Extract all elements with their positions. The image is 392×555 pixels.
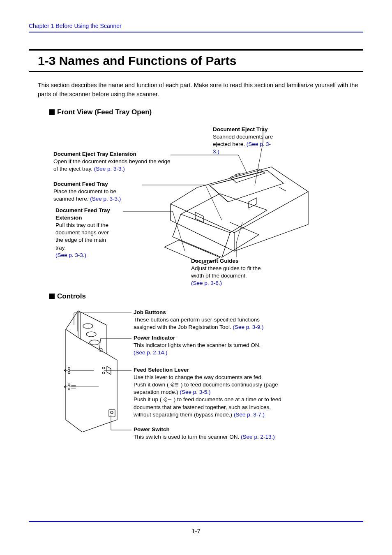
- callout-title: Feed Selection Lever: [134, 367, 189, 373]
- page: Chapter 1 Before Using the Scanner 1-3 N…: [0, 0, 392, 555]
- callout-title: Job Buttons: [134, 309, 166, 315]
- header-divider: [29, 32, 363, 32]
- callout-desc: Pull this tray out if the document hangs…: [55, 222, 109, 251]
- intro-paragraph: This section describes the name and func…: [29, 81, 363, 99]
- svg-point-38: [172, 383, 173, 384]
- controls-diagram: Job Buttons These buttons can perform us…: [49, 305, 349, 449]
- subheading-controls-text: Controls: [57, 292, 86, 300]
- callout-power-indicator: Power Indicator This indicator lights wh…: [134, 334, 281, 357]
- callout-desc: Use this lever to change the way documen…: [134, 374, 263, 380]
- svg-point-43: [165, 398, 166, 399]
- callout-title: Power Switch: [134, 426, 170, 432]
- callout-desc: Push it down (: [134, 382, 169, 388]
- see-link[interactable]: (See p. 3-9.): [233, 324, 263, 330]
- callout-desc: This switch is used to turn the scanner …: [134, 434, 241, 440]
- chapter-header: Chapter 1 Before Using the Scanner: [29, 23, 363, 29]
- see-link[interactable]: (See p. 2-14.): [134, 349, 168, 356]
- callout-title: Document Feed Tray Extension: [55, 207, 110, 221]
- see-link[interactable]: (See p. 2-13.): [241, 434, 275, 440]
- callout-title: Power Indicator: [134, 335, 175, 341]
- callout-title: Document Feed Tray: [53, 181, 108, 187]
- section-title: 1-3 Names and Functions of Parts: [29, 51, 363, 71]
- callout-desc: This indicator lights when the scanner i…: [134, 342, 261, 348]
- callout-eject-extension: Document Eject Tray Extension Open if th…: [53, 150, 175, 173]
- callout-eject-tray: Document Eject Tray Scanned documents ar…: [213, 126, 277, 156]
- callout-desc: Push it up (: [134, 396, 161, 402]
- callout-title: Document Eject Tray: [213, 126, 268, 132]
- callout-feed-extension: Document Feed Tray Extension Pull this t…: [55, 207, 111, 259]
- page-number: 1-7: [0, 527, 392, 534]
- svg-line-32: [99, 338, 101, 349]
- callout-power-switch: Power Switch This switch is used to turn…: [134, 426, 298, 441]
- svg-line-9: [236, 222, 242, 243]
- callout-job-buttons: Job Buttons These buttons can perform us…: [134, 309, 281, 331]
- subheading-front-view: Front View (Feed Tray Open): [29, 108, 363, 116]
- callout-title: Document Eject Tray Extension: [53, 151, 136, 157]
- square-bullet-icon: [49, 109, 55, 115]
- see-link[interactable]: (See p. 3-7.): [234, 412, 265, 418]
- see-link[interactable]: (See p. 3-5.): [180, 389, 211, 395]
- subheading-controls: Controls: [29, 292, 363, 301]
- square-bullet-icon: [49, 294, 55, 299]
- footer-divider: [29, 521, 363, 522]
- see-link[interactable]: (See p. 3-3.): [55, 252, 86, 258]
- svg-line-3: [205, 185, 222, 220]
- subheading-front-view-text: Front View (Feed Tray Open): [57, 108, 152, 116]
- see-link[interactable]: (See p. 3-3.): [90, 196, 121, 202]
- svg-line-5: [173, 211, 185, 251]
- bypass-icon: [163, 397, 172, 402]
- svg-point-44: [165, 400, 166, 402]
- svg-line-1: [238, 155, 247, 172]
- callout-document-guides: Document Guides Adjust these guides to f…: [191, 257, 267, 287]
- callout-desc: Adjust these guides to fit the width of …: [191, 265, 261, 279]
- page-separation-icon: [170, 382, 179, 387]
- svg-point-39: [172, 385, 173, 387]
- see-link[interactable]: (See p. 3-6.): [191, 280, 222, 286]
- see-link[interactable]: (See p. 3-3.): [94, 166, 125, 172]
- callout-title: Document Guides: [191, 258, 239, 264]
- callout-feed-lever: Feed Selection Lever Use this lever to c…: [134, 366, 281, 419]
- title-rule-bottom: [29, 71, 363, 72]
- callout-feed-tray: Document Feed Tray Place the document to…: [53, 180, 125, 203]
- front-view-diagram: Document Eject Tray Extension Open if th…: [49, 120, 349, 292]
